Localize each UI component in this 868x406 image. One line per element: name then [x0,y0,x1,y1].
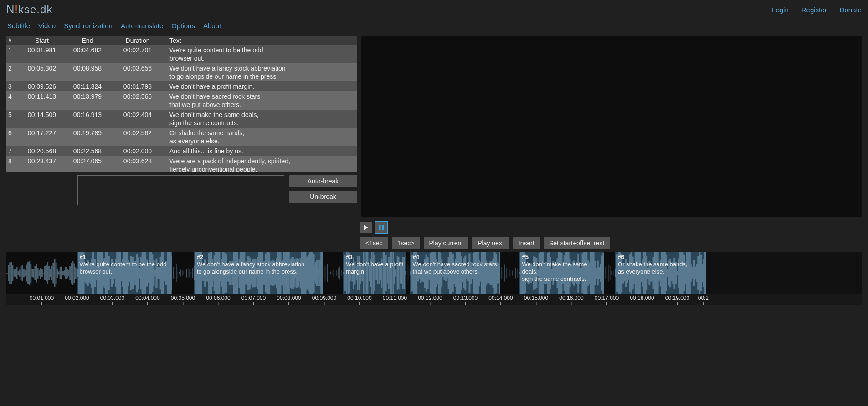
un-break-button[interactable]: Un-break [289,191,357,203]
auto-break-button[interactable]: Auto-break [289,175,357,187]
row-end: 00:16.913 [65,110,110,120]
subtitle-row[interactable]: 300:09.52600:11.32400:01.798We don't hav… [6,81,357,91]
svg-rect-243 [338,268,339,278]
svg-rect-130 [182,270,182,276]
subtitle-row[interactable]: 400:11.41300:13.97900:02.566We don't hav… [6,91,357,110]
row-start: 00:09.526 [19,81,65,91]
video-preview[interactable] [361,36,862,217]
svg-rect-372 [511,270,511,275]
subtitle-row[interactable]: 500:14.50900:16.91300:02.404We don't mak… [6,110,357,128]
row-duration: 00:02.566 [110,91,165,102]
forward-1sec-button[interactable]: 1sec> [392,237,420,249]
ruler-tick: 00:14.000 [488,295,513,304]
logo-rest: kse.dk [18,3,52,15]
svg-rect-369 [506,268,507,278]
ruler-tick: 00:16.000 [559,295,583,304]
logo[interactable]: N!kse.dk [6,3,52,16]
logo-n: N [6,3,15,15]
svg-rect-38 [55,263,56,284]
menu-subtitle[interactable]: Subtitle [7,22,30,30]
register-link[interactable]: Register [801,6,827,14]
ruler-tick: 00:03.000 [100,295,124,304]
subtitle-row[interactable]: 600:17.22700:19.78900:02.562Or shake the… [6,128,357,146]
row-text: We don't have a fancy stock abbreviation… [165,63,357,81]
ruler-tick: 00:09.000 [312,295,336,304]
svg-rect-128 [179,272,180,274]
subtitle-text-editor[interactable] [77,175,284,205]
insert-button[interactable]: Insert [513,237,540,249]
subtitle-list[interactable]: 100:01.98100:04.68200:02.701We're quite … [6,45,357,172]
svg-rect-237 [329,266,329,279]
donate-link[interactable]: Donate [840,6,862,14]
waveform-gap[interactable] [604,252,615,294]
set-start-offset-button[interactable]: Set start+offset rest [544,237,610,249]
row-start: 00:05.302 [19,63,65,73]
waveform-clip[interactable]: #1We're quite content to be the odd brow… [77,252,173,294]
svg-marker-0 [364,225,368,230]
ruler-tick: 00:05.000 [171,295,195,304]
play-current-button[interactable]: Play current [424,237,469,249]
ruler-tick: 00:06.000 [206,295,230,304]
subtitle-row[interactable]: 100:01.98100:04.68200:02.701We're quite … [6,45,357,63]
login-link[interactable]: Login [772,6,789,14]
subtitle-row[interactable]: 700:20.56800:22.56800:02.000And all this… [6,146,357,156]
clip-text: We don't have sacred rock stars that we … [413,261,498,275]
waveform-gap[interactable] [500,252,519,294]
svg-rect-244 [339,267,340,280]
svg-rect-17 [26,264,27,281]
menu-about[interactable]: About [203,22,221,30]
row-start: 00:20.568 [19,146,65,156]
row-num: 3 [6,81,19,91]
svg-rect-371 [509,270,510,277]
waveform-gap[interactable] [6,252,77,294]
svg-rect-133 [186,269,187,278]
subtitle-row[interactable]: 800:23.43700:27.06500:03.628Were are a p… [6,156,357,172]
svg-rect-3 [6,273,8,273]
row-end: 00:27.065 [65,156,110,166]
waveform-clip[interactable]: #5We don't make the same deals, sign the… [519,252,604,294]
subtitle-row[interactable]: 200:05.30200:08.95800:03.656We don't hav… [6,63,357,81]
row-start: 00:14.509 [19,110,65,120]
col-text: Text [165,36,351,45]
pause-button[interactable] [375,222,387,233]
row-num: 1 [6,45,19,55]
row-text: We don't make the same deals, sign the s… [165,110,357,128]
svg-rect-27 [40,268,41,279]
svg-rect-23 [34,266,36,280]
waveform-clip[interactable]: #3We don't have a profit margin. [343,252,407,294]
back-1sec-button[interactable]: <1sec [360,237,388,249]
svg-rect-132 [185,270,185,276]
svg-rect-45 [65,267,67,279]
row-text: Were are a pack of independently, spirit… [165,156,357,172]
play-button[interactable] [360,222,372,233]
svg-rect-136 [190,272,191,274]
waveform-clip[interactable]: #2We don't have a fancy stock abbreviati… [194,252,324,294]
menu-options[interactable]: Options [171,22,195,30]
svg-rect-375 [516,268,516,278]
waveform-clip[interactable]: #6Or shake the same hands, as everyone e… [615,252,706,294]
row-text: Or shake the same hands, as everyone els… [165,128,357,146]
svg-rect-49 [71,263,72,283]
waveform-timeline[interactable]: #1We're quite content to be the odd brow… [6,252,862,304]
waveform-gap[interactable] [406,252,410,294]
menu-auto-translate[interactable]: Auto-translate [121,22,163,30]
waveform-gap[interactable] [172,252,194,294]
waveform-gap[interactable] [323,252,343,294]
clip-index: #6 [618,254,703,261]
svg-rect-241 [335,270,335,276]
menu-synchronization[interactable]: Synchronization [64,22,113,30]
clip-index: #2 [197,254,320,261]
svg-rect-4 [8,265,9,281]
ruler-tick: 00:07.000 [241,295,266,304]
svg-rect-6 [10,262,12,284]
menu-video[interactable]: Video [38,22,56,30]
svg-rect-50 [72,261,73,285]
svg-rect-239 [332,271,333,275]
svg-rect-238 [330,272,331,275]
row-start: 00:01.981 [19,45,65,55]
waveform-clip[interactable]: #4We don't have sacred rock stars that w… [410,252,501,294]
play-next-button[interactable]: Play next [472,237,509,249]
svg-rect-47 [68,270,69,276]
row-duration: 00:03.628 [110,156,165,166]
row-duration: 00:02.701 [110,45,165,55]
